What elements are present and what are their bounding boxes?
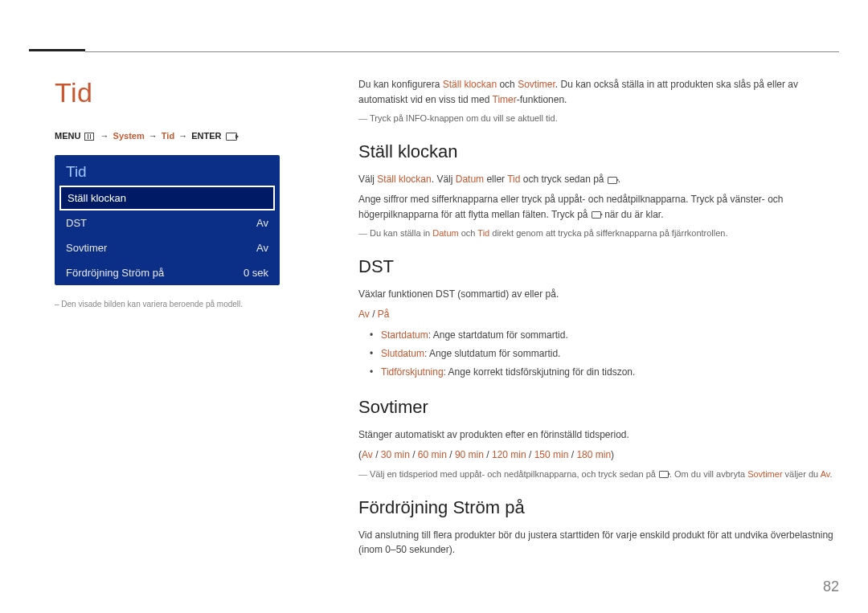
sec3-note-highlight: Av (821, 469, 830, 479)
sec1-note-highlight: Tid (477, 228, 489, 238)
enter-icon (226, 133, 237, 141)
bullet-val: : Ange korrekt tidsförskjutning för din … (444, 366, 636, 378)
menu-item-value: Av (256, 217, 268, 229)
sec2-options: Av / På (358, 307, 839, 322)
sec1-highlight: Tid (507, 174, 520, 185)
sec3-option: Av (362, 449, 373, 460)
enter-icon (659, 471, 669, 478)
bullet-val: : Ange slutdatum för sommartid. (424, 348, 560, 359)
list-item: Tidförskjutning: Ange korrekt tidsförskj… (381, 363, 839, 382)
list-item: Slutdatum: Ange slutdatum för sommartid. (381, 345, 839, 363)
list-item: Startdatum: Ange startdatum för sommarti… (381, 326, 839, 345)
breadcrumb-menu: MENU (55, 131, 80, 141)
sec3-option: 150 min (534, 449, 569, 460)
breadcrumb: MENU → System → Tid → ENTER (55, 131, 334, 141)
sec3-note: Välj en tidsperiod med uppåt- och nedåtp… (358, 468, 839, 481)
sec3-option: 180 min (576, 449, 611, 460)
menu-item-label: Ställ klockan (68, 192, 126, 204)
intro-text-part: Du kan konfigurera (358, 79, 443, 90)
sec1-text: . Välj (432, 174, 456, 185)
menu-item-value: Av (256, 242, 268, 254)
sec3-note-highlight: Sovtimer (747, 469, 782, 479)
sec3-p1: Stänger automatiskt av produkten efter e… (358, 427, 839, 443)
sec1-text: när du är klar. (602, 209, 664, 220)
sec3-note-text: . (829, 469, 832, 479)
sec1-text: Ange siffror med sifferknapparna eller t… (358, 194, 784, 220)
bullet-key: Startdatum (381, 329, 428, 341)
panel-title: Tid (55, 155, 280, 186)
sec1-note-highlight: Datum (432, 228, 458, 238)
sec2-bullets: Startdatum: Ange startdatum för sommarti… (358, 326, 839, 381)
sec3-option: 90 min (455, 449, 484, 460)
sec1-p1: Välj Ställ klockan. Välj Datum eller Tid… (358, 172, 839, 187)
page-title: Tid (55, 77, 334, 108)
sec1-note: Du kan ställa in Datum och Tid direkt ge… (358, 227, 839, 240)
header-rule (85, 51, 839, 52)
menu-item-dst[interactable]: DST Av (55, 210, 280, 235)
sec1-note-text: och (459, 228, 478, 238)
breadcrumb-tid: Tid (162, 131, 174, 141)
sec3-option: 60 min (418, 449, 447, 460)
breadcrumb-system: System (113, 131, 145, 141)
menu-item-label: Fördröjning Ström på (66, 267, 164, 279)
intro-text-part: -funktionen. (517, 94, 567, 105)
intro-highlight: Ställ klockan (443, 79, 497, 90)
sec1-text: Välj (358, 174, 377, 185)
bullet-key: Tidförskjutning (381, 366, 444, 378)
sec3-options: (Av / 30 min / 60 min / 90 min / 120 min… (358, 447, 839, 463)
sec1-highlight: Ställ klockan (377, 174, 431, 185)
sec2-option: På (378, 309, 390, 320)
sec2-option: Av (358, 309, 370, 320)
page-number: 82 (823, 578, 839, 595)
sec1-p2: Ange siffror med sifferknapparna eller t… (358, 192, 839, 222)
menu-item-label: Sovtimer (66, 242, 107, 254)
menu-panel: Tid Ställ klockan DST Av Sovtimer Av För… (55, 155, 280, 285)
intro-highlight: Sovtimer (518, 79, 555, 90)
sec1-note-text: direkt genom att trycka på sifferknappar… (489, 228, 727, 238)
intro-highlight: Timer (493, 94, 517, 105)
sec2-p1: Växlar funktionen DST (sommartid) av ell… (358, 287, 839, 302)
section-heading-dst: DST (358, 253, 839, 280)
sec4-p1: Vid anslutning till flera produkter bör … (358, 528, 839, 558)
sec1-text: eller (484, 174, 507, 185)
section-heading-sovtimer: Sovtimer (358, 394, 839, 421)
sep: / (370, 309, 378, 320)
section-heading-fordrojning: Fördröjning Ström på (358, 494, 839, 521)
menu-item-sovtimer[interactable]: Sovtimer Av (55, 235, 280, 260)
intro-text: Du kan konfigurera Ställ klockan och Sov… (358, 77, 839, 107)
arrow-icon: → (149, 131, 158, 141)
header-marker (29, 45, 85, 51)
sec3-note-text: Välj en tidsperiod med uppåt- och nedåtp… (370, 469, 658, 479)
section-heading-stall-klockan: Ställ klockan (358, 138, 839, 166)
menu-item-label: DST (66, 217, 87, 229)
sec1-highlight: Datum (456, 174, 484, 185)
sec3-option: 30 min (381, 449, 410, 460)
menu-item-fordrojning[interactable]: Fördröjning Ström på 0 sek (55, 260, 280, 285)
bullet-val: : Ange startdatum för sommartid. (428, 329, 568, 341)
sec3-note-text: . Om du vill avbryta (669, 469, 747, 479)
sec1-note-text: Du kan ställa in (370, 228, 432, 238)
left-column: Tid MENU → System → Tid → ENTER Tid Stäl… (45, 77, 358, 562)
bullet-key: Slutdatum (381, 348, 424, 359)
intro-note: Tryck på INFO-knappen om du vill se aktu… (358, 112, 839, 125)
menu-item-value: 0 sek (244, 267, 268, 279)
sec1-text: och tryck sedan på (520, 174, 606, 185)
menu-icon (84, 133, 94, 141)
menu-item-stall-klockan[interactable]: Ställ klockan (59, 186, 275, 210)
left-footnote: – Den visade bilden kan variera beroende… (55, 300, 334, 309)
arrow-icon: → (100, 131, 109, 141)
enter-icon (592, 211, 601, 219)
sec3-note-text: väljer du (783, 469, 821, 479)
sec3-option: 120 min (492, 449, 526, 460)
right-column: Du kan konfigurera Ställ klockan och Sov… (358, 77, 839, 562)
enter-icon (608, 177, 617, 184)
arrow-icon: → (178, 131, 187, 141)
breadcrumb-enter: ENTER (191, 131, 221, 141)
intro-text-part: och (497, 79, 518, 90)
